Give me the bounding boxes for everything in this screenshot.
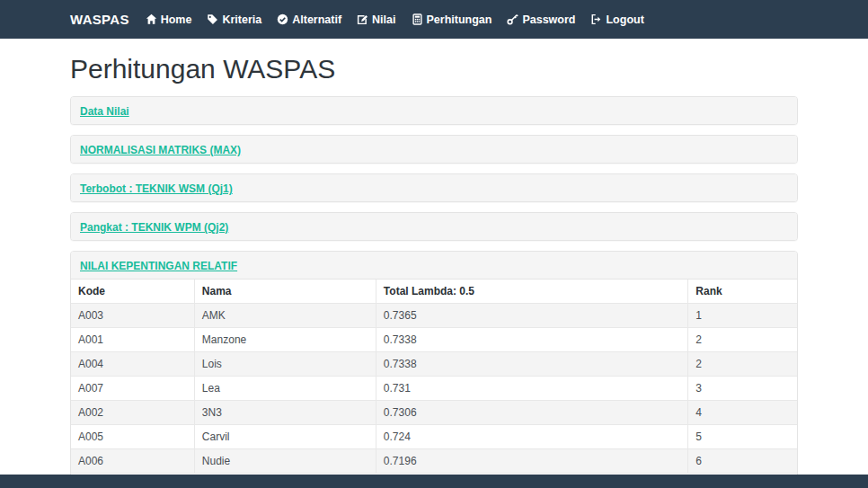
check-circle-icon — [277, 13, 288, 25]
panel-pangkat-wpm: Pangkat : TEKNIK WPM (Qj2) — [70, 212, 798, 241]
col-header-kode: Kode — [71, 279, 194, 304]
footer-bar — [0, 475, 868, 488]
cell-rank: 2 — [688, 352, 797, 377]
cell-rank: 3 — [688, 377, 797, 401]
home-icon — [146, 13, 157, 25]
cell-nama: Nudie — [194, 449, 376, 474]
nav-item-label: Perhitungan — [427, 13, 492, 26]
nav-item-label: Logout — [606, 13, 643, 26]
main-content: Perhitungan WASPAS Data Nilai NORMALISAS… — [70, 54, 798, 488]
cell-nama: Lea — [194, 377, 376, 401]
nav-item-perhitungan[interactable]: Perhitungan — [412, 13, 492, 26]
logout-icon — [590, 13, 602, 25]
cell-nama: Lois — [194, 352, 376, 377]
nav-item-nilai[interactable]: Nilai — [357, 13, 395, 26]
col-header-rank: Rank — [688, 279, 797, 304]
table-header-row: Kode Nama Total Lambda: 0.5 Rank — [71, 279, 797, 304]
tag-icon — [207, 13, 218, 25]
nav-items: Home Kriteria Alternatif Nilai — [146, 13, 644, 26]
cell-rank: 2 — [688, 328, 797, 352]
nav-item-home[interactable]: Home — [146, 13, 192, 26]
page-title: Perhitungan WASPAS — [70, 54, 798, 84]
edit-icon — [357, 13, 368, 25]
nav-item-alternatif[interactable]: Alternatif — [277, 13, 341, 26]
nav-item-label: Alternatif — [292, 13, 341, 26]
cell-lambda: 0.7196 — [376, 449, 687, 474]
navbar: WASPAS Home Kriteria Alternatif — [0, 0, 868, 39]
cell-kode: A001 — [71, 328, 194, 352]
cell-nama: Manzone — [194, 328, 376, 352]
table-row: A002 3N3 0.7306 4 — [71, 401, 797, 425]
cell-kode: A002 — [71, 401, 194, 425]
nav-item-logout[interactable]: Logout — [590, 13, 643, 26]
cell-lambda: 0.731 — [376, 377, 687, 401]
panel-normalisasi-matriks: NORMALISASI MATRIKS (MAX) — [70, 135, 798, 164]
nav-item-label: Password — [522, 13, 575, 26]
col-header-total-lambda: Total Lambda: 0.5 — [376, 279, 687, 304]
table-row: A007 Lea 0.731 3 — [71, 377, 797, 401]
cell-kode: A007 — [71, 377, 194, 401]
panel-link-data-nilai[interactable]: Data Nilai — [80, 105, 129, 118]
nav-item-label: Home — [161, 13, 192, 26]
cell-lambda: 0.7338 — [376, 328, 687, 352]
nav-item-label: Nilai — [372, 13, 395, 26]
cell-kode: A005 — [71, 425, 194, 449]
results-table: Kode Nama Total Lambda: 0.5 Rank A003 AM… — [71, 279, 797, 474]
panel-link-pangkat-wpm[interactable]: Pangkat : TEKNIK WPM (Qj2) — [80, 221, 228, 234]
panel-link-nilai-kepentingan-relatif[interactable]: NILAI KEPENTINGAN RELATIF — [80, 260, 237, 272]
nav-item-kriteria[interactable]: Kriteria — [207, 13, 261, 26]
col-header-nama: Nama — [194, 279, 376, 304]
cell-nama: AMK — [194, 304, 376, 328]
table-row: A001 Manzone 0.7338 2 — [71, 328, 797, 352]
panel-data-nilai: Data Nilai — [70, 96, 798, 125]
cell-nama: 3N3 — [194, 401, 376, 425]
panel-nilai-kepentingan-relatif: NILAI KEPENTINGAN RELATIF Kode Nama Tota… — [70, 251, 798, 488]
nav-item-password[interactable]: Password — [507, 13, 575, 26]
brand-waspas[interactable]: WASPAS — [70, 12, 129, 27]
cell-rank: 4 — [688, 401, 797, 425]
table-row: A005 Carvil 0.724 5 — [71, 425, 797, 449]
cell-lambda: 0.7306 — [376, 401, 687, 425]
nav-item-label: Kriteria — [222, 13, 261, 26]
cell-kode: A003 — [71, 304, 194, 328]
key-icon — [507, 13, 518, 25]
cell-rank: 1 — [688, 304, 797, 328]
cell-rank: 6 — [688, 449, 797, 474]
calculator-icon — [412, 13, 423, 25]
cell-lambda: 0.724 — [376, 425, 687, 449]
cell-kode: A004 — [71, 352, 194, 377]
table-row: A004 Lois 0.7338 2 — [71, 352, 797, 377]
cell-kode: A006 — [71, 449, 194, 474]
panel-link-normalisasi-matriks[interactable]: NORMALISASI MATRIKS (MAX) — [80, 144, 241, 156]
cell-lambda: 0.7365 — [376, 304, 687, 328]
table-row: A006 Nudie 0.7196 6 — [71, 449, 797, 474]
panel-link-terbobot-wsm[interactable]: Terbobot : TEKNIK WSM (Qj1) — [80, 182, 233, 195]
cell-lambda: 0.7338 — [376, 352, 687, 377]
table-row: A003 AMK 0.7365 1 — [71, 304, 797, 328]
cell-nama: Carvil — [194, 425, 376, 449]
panel-terbobot-wsm: Terbobot : TEKNIK WSM (Qj1) — [70, 173, 798, 202]
cell-rank: 5 — [688, 425, 797, 449]
